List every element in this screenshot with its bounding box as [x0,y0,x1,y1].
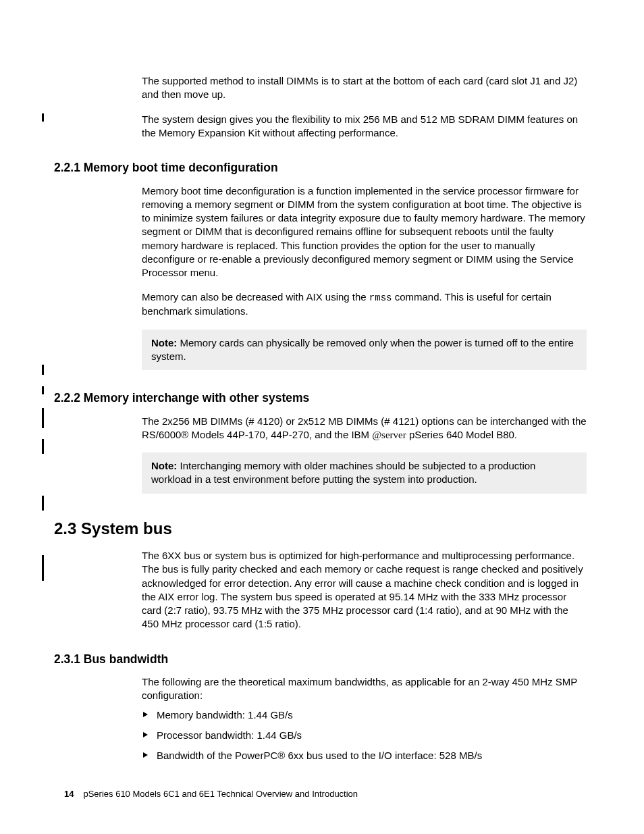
change-bar [42,408,44,428]
heading-2-3-1: 2.3.1 Bus bandwidth [54,652,590,668]
change-bar [42,365,44,375]
note-box: Note: Interchanging memory with older ma… [142,452,587,494]
paragraph: The 2x256 MB DIMMs (# 4120) or 2x512 MB … [142,415,587,442]
heading-2-2-1: 2.2.1 Memory boot time deconfiguration [54,160,590,176]
change-bar [42,386,44,394]
change-bar [42,496,44,511]
eserver-logo-text: server [381,429,406,440]
text: pSeries 640 Model B80. [406,429,517,440]
paragraph: Memory can also be decreased with AIX us… [142,290,587,318]
footer-title: pSeries 610 Models 6C1 and 6E1 Technical… [83,789,358,799]
change-bar [42,555,44,581]
note-label: Note: [151,337,177,348]
list-item: Memory bandwidth: 1.44 GB/s [142,708,587,722]
inline-code: rmss [369,292,392,303]
note-body: Interchanging memory with older machines… [151,460,535,485]
page-number: 14 [64,789,74,799]
paragraph: The following are the theoretical maximu… [142,675,587,703]
paragraph: The system design gives you the flexibil… [142,113,587,140]
list-item: Bandwidth of the PowerPC® 6xx bus used t… [142,749,587,762]
bullet-list: Memory bandwidth: 1.44 GB/s Processor ba… [142,708,587,763]
heading-2-3: 2.3 System bus [54,518,590,540]
note-body: Memory cards can physically be removed o… [151,337,574,362]
paragraph: Memory boot time deconfiguration is a fu… [142,184,587,280]
page-footer: 14pSeries 610 Models 6C1 and 6E1 Technic… [64,788,358,800]
paragraph: The supported method to install DIMMs is… [142,74,587,102]
note-box: Note: Memory cards can physically be rem… [142,330,587,371]
text: Memory can also be decreased with AIX us… [142,291,369,303]
note-label: Note: [151,460,177,471]
text: The 2x256 MB DIMMs (# 4120) or 2x512 MB … [142,415,587,440]
change-bar [42,439,44,454]
heading-2-2-2: 2.2.2 Memory interchange with other syst… [54,390,590,407]
paragraph: The 6XX bus or system bus is optimized f… [142,549,587,631]
eserver-logo-e: @ [372,429,381,440]
list-item: Processor bandwidth: 1.44 GB/s [142,729,587,742]
change-bar [42,113,44,122]
